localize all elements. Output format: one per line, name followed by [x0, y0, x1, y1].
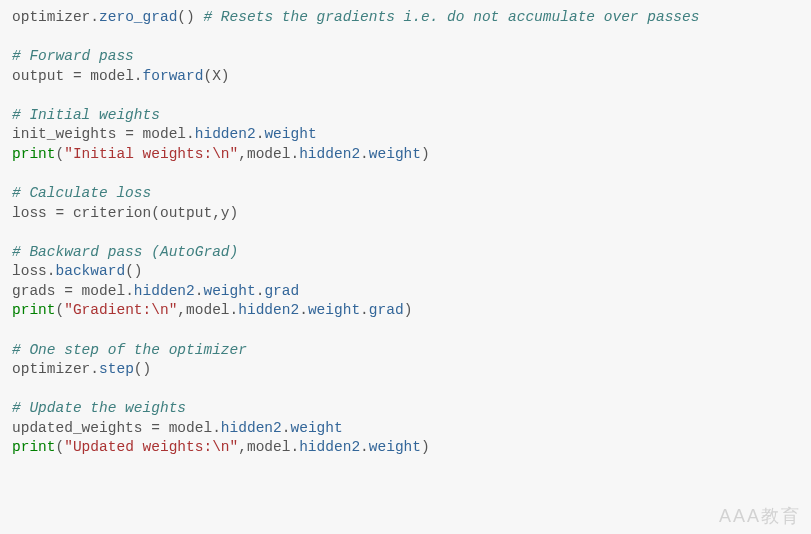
code-line: init_weights = model.hidden2.weight: [12, 126, 317, 142]
identifier: updated_weights: [12, 420, 151, 436]
operator: =: [125, 126, 134, 142]
identifier: loss: [12, 205, 56, 221]
code-line: print("Gradient:\n",model.hidden2.weight…: [12, 302, 412, 318]
attribute: grad: [369, 302, 404, 318]
identifier: init_weights: [12, 126, 125, 142]
code-line: # Initial weights: [12, 107, 160, 123]
attribute: weight: [369, 439, 421, 455]
dot: .: [212, 420, 221, 436]
dot: .: [230, 302, 239, 318]
code-line: loss.backward(): [12, 263, 143, 279]
parens: (): [177, 9, 194, 25]
comment: # Update the weights: [12, 400, 186, 416]
operator: =: [64, 283, 73, 299]
identifier: model: [134, 126, 186, 142]
identifier: model: [247, 146, 291, 162]
code-line: optimizer.zero_grad() # Resets the gradi…: [12, 9, 699, 25]
identifier: model: [247, 439, 291, 455]
builtin-print: print: [12, 439, 56, 455]
comma: ,: [238, 439, 247, 455]
method: step: [99, 361, 134, 377]
operator: =: [151, 420, 160, 436]
attribute: weight: [203, 283, 255, 299]
dot: .: [125, 283, 134, 299]
dot: .: [90, 9, 99, 25]
code-line: # Calculate loss: [12, 185, 151, 201]
paren: ): [421, 146, 430, 162]
attribute: hidden2: [221, 420, 282, 436]
code-line: # Forward pass: [12, 48, 134, 64]
dot: .: [134, 68, 143, 84]
comment: # Forward pass: [12, 48, 134, 64]
builtin-print: print: [12, 302, 56, 318]
comma: ,: [238, 146, 247, 162]
paren: ): [404, 302, 413, 318]
string: "Initial weights:\n": [64, 146, 238, 162]
dot: .: [360, 146, 369, 162]
identifier: model: [186, 302, 230, 318]
operator: =: [73, 68, 82, 84]
dot: .: [90, 361, 99, 377]
paren: (: [56, 439, 65, 455]
code-line: print("Initial weights:\n",model.hidden2…: [12, 146, 430, 162]
code-line: optimizer.step(): [12, 361, 151, 377]
identifier: model: [82, 68, 134, 84]
dot: .: [290, 146, 299, 162]
dot: .: [360, 439, 369, 455]
attribute: hidden2: [299, 439, 360, 455]
code-line: grads = model.hidden2.weight.grad: [12, 283, 299, 299]
code-line: print("Updated weights:\n",model.hidden2…: [12, 439, 430, 455]
args: (X): [203, 68, 229, 84]
dot: .: [299, 302, 308, 318]
attribute: weight: [290, 420, 342, 436]
code-line: updated_weights = model.hidden2.weight: [12, 420, 343, 436]
method: backward: [56, 263, 126, 279]
identifier: optimizer: [12, 361, 90, 377]
code-line: output = model.forward(X): [12, 68, 230, 84]
dot: .: [360, 302, 369, 318]
code-line: # Update the weights: [12, 400, 186, 416]
attribute: hidden2: [134, 283, 195, 299]
method: zero_grad: [99, 9, 177, 25]
parens: (): [134, 361, 151, 377]
builtin-print: print: [12, 146, 56, 162]
comment: # Resets the gradients i.e. do not accum…: [203, 9, 699, 25]
string: "Updated weights:\n": [64, 439, 238, 455]
paren: ): [421, 439, 430, 455]
attribute: weight: [369, 146, 421, 162]
method: forward: [143, 68, 204, 84]
operator: =: [56, 205, 65, 221]
call: criterion(output,y): [64, 205, 238, 221]
comma: ,: [177, 302, 186, 318]
dot: .: [47, 263, 56, 279]
comment: # Initial weights: [12, 107, 160, 123]
attribute: weight: [264, 126, 316, 142]
paren: (: [56, 302, 65, 318]
comment: # Calculate loss: [12, 185, 151, 201]
dot: .: [186, 126, 195, 142]
code-line: loss = criterion(output,y): [12, 205, 238, 221]
paren: (: [56, 146, 65, 162]
string: "Gradient:\n": [64, 302, 177, 318]
attribute: hidden2: [299, 146, 360, 162]
identifier: optimizer: [12, 9, 90, 25]
identifier: model: [160, 420, 212, 436]
comment: # Backward pass (AutoGrad): [12, 244, 238, 260]
identifier: grads: [12, 283, 64, 299]
code-block: optimizer.zero_grad() # Resets the gradi…: [12, 8, 799, 458]
attribute: hidden2: [238, 302, 299, 318]
attribute: weight: [308, 302, 360, 318]
identifier: output: [12, 68, 73, 84]
dot: .: [290, 439, 299, 455]
code-line: # Backward pass (AutoGrad): [12, 244, 238, 260]
attribute: hidden2: [195, 126, 256, 142]
code-line: # One step of the optimizer: [12, 342, 247, 358]
comment: # One step of the optimizer: [12, 342, 247, 358]
identifier: model: [73, 283, 125, 299]
attribute: grad: [264, 283, 299, 299]
identifier: loss: [12, 263, 47, 279]
parens: (): [125, 263, 142, 279]
